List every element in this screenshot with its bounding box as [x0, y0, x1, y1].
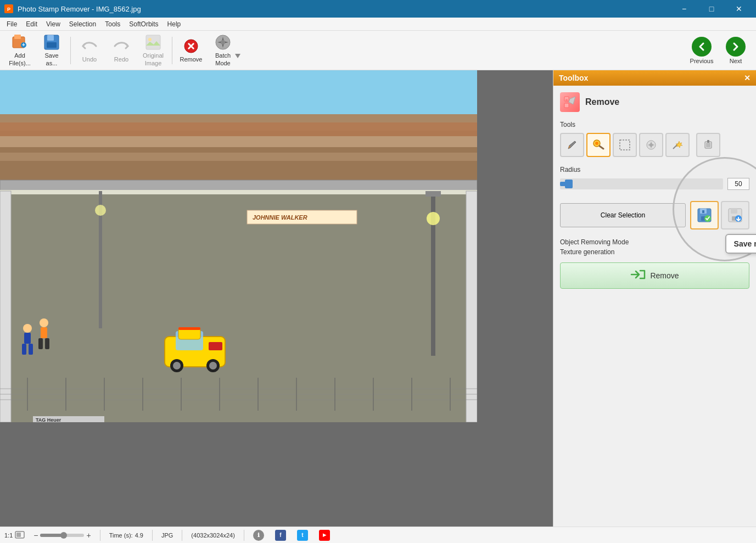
info-icon[interactable]: ℹ [253, 530, 264, 541]
wand-tool-button[interactable] [665, 133, 690, 157]
save-as-button[interactable]: Save as... [36, 33, 67, 68]
previous-label: Previous [690, 58, 714, 64]
next-button[interactable]: Next [720, 33, 752, 68]
twitter-icon[interactable]: t [297, 530, 308, 541]
minimize-button[interactable]: − [671, 0, 697, 18]
remove-toolbar-label: Remove [180, 56, 203, 63]
svg-point-34 [173, 362, 181, 370]
svg-point-36 [209, 362, 217, 370]
undo-icon [81, 37, 98, 55]
toolbar: + Add File(s)... Save as... Undo [0, 31, 756, 70]
title-bar: P Photo Stamp Remover - IMG_8562.jpg − □… [0, 0, 756, 18]
menu-edit[interactable]: Edit [21, 19, 42, 29]
svg-rect-38 [178, 327, 200, 330]
toolbox-close-button[interactable]: ✕ [744, 74, 751, 82]
title-controls: − □ ✕ [671, 0, 752, 18]
svg-point-80 [649, 143, 653, 147]
svg-rect-91 [731, 209, 737, 214]
zoom-control: 1:1 [4, 531, 25, 540]
status-divider3 [182, 530, 182, 541]
svg-rect-84 [707, 140, 709, 143]
batch-mode-button[interactable]: Batch Mode [208, 33, 238, 68]
radius-value[interactable]: 50 [727, 178, 749, 190]
batch-mode-icon [214, 33, 232, 51]
svg-rect-8 [47, 42, 57, 48]
svg-rect-37 [209, 342, 222, 350]
menu-file[interactable]: File [2, 19, 21, 29]
toolbox-panel: Toolbox ✕ Remove Tools [553, 70, 756, 527]
mask-row: Clear Selection [560, 201, 749, 229]
svg-rect-9 [146, 35, 160, 49]
svg-rect-95 [16, 533, 21, 537]
original-image-button[interactable]: Original Image [138, 33, 169, 68]
svg-rect-7 [47, 35, 54, 41]
radius-section: Radius 50 [560, 166, 749, 190]
facebook-icon[interactable]: f [275, 530, 286, 541]
brush-tool-button[interactable] [586, 133, 611, 157]
save-icon [43, 33, 60, 51]
previous-circle-icon [692, 37, 712, 57]
next-label: Next [730, 58, 742, 64]
save-mask-button[interactable] [690, 201, 719, 229]
format-display: JPG [161, 532, 173, 539]
mode-value: Texture generation [560, 248, 749, 256]
sep2 [172, 37, 172, 64]
svg-rect-47 [38, 338, 43, 349]
save-mask-tooltip: Save mask [725, 234, 756, 254]
sep1 [70, 37, 71, 64]
svg-rect-3 [14, 35, 21, 39]
extra-tool-button[interactable] [696, 133, 720, 157]
batch-dropdown-arrow[interactable] [235, 52, 240, 60]
info-icon-area[interactable]: ℹ [253, 530, 264, 541]
svg-text:JOHNNIE WALKER: JOHNNIE WALKER [253, 214, 307, 221]
radius-slider[interactable] [560, 178, 723, 189]
svg-rect-44 [29, 344, 33, 355]
load-mask-button[interactable] [721, 201, 749, 229]
remove-action-button[interactable]: Remove [560, 262, 749, 289]
main-content: TAG Heuer JOHNNIE WALKER Toolbox ✕ [0, 70, 756, 527]
svg-rect-19 [0, 153, 477, 161]
menu-softorbits[interactable]: SoftOrbits [125, 19, 163, 29]
menu-help[interactable]: Help [163, 19, 186, 29]
clear-selection-button[interactable]: Clear Selection [560, 203, 686, 227]
mode-section: Object Removing Mode Texture generation [560, 238, 749, 256]
tools-row [560, 133, 749, 157]
previous-button[interactable]: Previous [686, 33, 718, 68]
pencil-tool-button[interactable] [560, 133, 584, 157]
svg-point-10 [148, 38, 152, 41]
zoom-slider-area[interactable]: − + [33, 531, 91, 540]
menu-selection[interactable]: Selection [65, 19, 100, 29]
svg-rect-20 [0, 122, 477, 136]
close-button[interactable]: ✕ [726, 0, 752, 18]
svg-rect-18 [0, 136, 477, 147]
svg-rect-46 [41, 327, 47, 338]
zoom-slider-handle[interactable] [60, 532, 67, 539]
zoom-plus-icon[interactable]: + [86, 531, 91, 540]
remove-toolbar-button[interactable]: Remove [176, 33, 206, 68]
add-files-button[interactable]: + Add File(s)... [4, 33, 35, 68]
svg-rect-73 [564, 103, 569, 108]
zoom-slider[interactable] [40, 534, 84, 537]
original-image-icon [144, 33, 162, 51]
rect-select-tool-button[interactable] [613, 133, 637, 157]
remove-header-icon [560, 92, 580, 112]
maximize-button[interactable]: □ [699, 0, 724, 18]
redo-button[interactable]: Redo [106, 33, 137, 68]
menu-bar: File Edit View Selection Tools SoftOrbit… [0, 18, 756, 31]
radius-handle[interactable] [565, 180, 573, 188]
undo-button[interactable]: Undo [74, 33, 105, 68]
svg-text:+: + [22, 42, 25, 48]
zoom-minus-icon[interactable]: − [33, 531, 38, 540]
youtube-icon[interactable]: ▶ [319, 530, 330, 541]
svg-point-13 [221, 40, 225, 44]
image-area[interactable]: TAG Heuer JOHNNIE WALKER [0, 70, 553, 527]
svg-rect-29 [0, 190, 477, 194]
menu-tools[interactable]: Tools [100, 19, 125, 29]
menu-view[interactable]: View [42, 19, 65, 29]
undo-label: Undo [82, 56, 97, 63]
svg-rect-83 [706, 143, 710, 147]
svg-rect-75 [565, 99, 568, 101]
magic-tool-button[interactable] [639, 133, 663, 157]
svg-point-45 [40, 318, 48, 327]
svg-point-72 [95, 205, 106, 216]
